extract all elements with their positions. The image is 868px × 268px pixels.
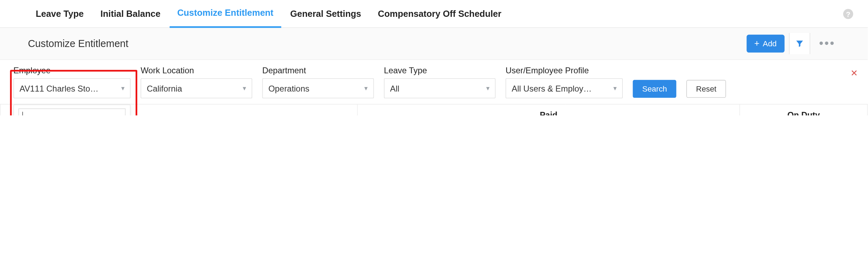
group-label: Paid	[540, 110, 557, 115]
tab-label: General Settings	[290, 9, 361, 19]
employee-filter: Employee AV111 Charles Sto… ▾ All Employ…	[13, 65, 131, 98]
leave-type-select[interactable]: All ▾	[384, 78, 496, 98]
search-button[interactable]: Search	[633, 80, 676, 98]
chevron-down-icon: ▾	[121, 85, 125, 92]
tab-general-settings[interactable]: General Settings	[282, 0, 369, 28]
search-label: Search	[642, 85, 667, 93]
filter-icon	[795, 39, 804, 48]
col-group-onduty: On Duty	[740, 104, 867, 115]
leave-type-value: All	[390, 83, 482, 93]
department-select[interactable]: Operations ▾	[262, 78, 374, 98]
profile-filter: User/Employee Profile All Users & Employ…	[505, 65, 623, 98]
leave-settings-tabs: Leave Type Initial Balance Customize Ent…	[0, 0, 868, 28]
page-title: Customize Entitlement	[28, 38, 129, 49]
reset-button[interactable]: Reset	[687, 80, 726, 98]
department-filter: Department Operations ▾	[262, 65, 374, 98]
work-location-label: Work Location	[140, 65, 252, 75]
close-filter-icon[interactable]: ✕	[850, 68, 858, 78]
profile-label: User/Employee Profile	[505, 65, 623, 75]
group-label: On Duty	[787, 110, 820, 115]
col-group-paid: Paid	[357, 104, 740, 115]
employee-select[interactable]: AV111 Charles Sto… ▾	[13, 78, 131, 98]
employee-dropdown: All Employees AV111 Charles Stones AV001…	[13, 105, 131, 115]
work-location-value: California	[147, 83, 238, 93]
add-button[interactable]: + Add	[746, 35, 785, 53]
chevron-down-icon: ▾	[486, 85, 490, 92]
page-header: Customize Entitlement + Add •••	[0, 28, 868, 60]
tab-label: Leave Type	[36, 9, 84, 19]
employee-label: Employee	[13, 65, 131, 75]
department-value: Operations	[268, 83, 360, 93]
chevron-down-icon: ▾	[364, 85, 368, 92]
header-actions: + Add •••	[746, 33, 840, 54]
tab-label: Initial Balance	[101, 9, 160, 19]
plus-icon: +	[754, 39, 759, 48]
tab-leave-type[interactable]: Leave Type	[28, 0, 92, 28]
help-icon[interactable]: ?	[843, 9, 853, 19]
reset-label: Reset	[696, 85, 716, 93]
tab-compensatory-off[interactable]: Compensatory Off Scheduler	[370, 0, 509, 28]
employee-search-input[interactable]	[19, 108, 126, 115]
more-menu[interactable]: •••	[815, 36, 840, 51]
text-caret	[22, 112, 23, 115]
department-label: Department	[262, 65, 374, 75]
leave-type-label: Leave Type	[384, 65, 496, 75]
tab-label: Compensatory Off Scheduler	[378, 9, 502, 19]
tab-label: Customize Entitlement	[177, 8, 274, 18]
profile-select[interactable]: All Users & Employ… ▾	[505, 78, 623, 98]
leave-type-filter: Leave Type All ▾	[384, 65, 496, 98]
tab-customize-entitlement[interactable]: Customize Entitlement	[170, 0, 281, 28]
profile-value: All Users & Employ…	[512, 83, 609, 93]
employee-value: AV111 Charles Sto…	[20, 83, 117, 93]
add-label: Add	[763, 39, 777, 48]
filter-toggle[interactable]	[789, 33, 810, 54]
work-location-select[interactable]: California ▾	[140, 78, 252, 98]
filter-bar: ✕ Employee AV111 Charles Sto… ▾ All Empl…	[0, 60, 868, 104]
tab-initial-balance[interactable]: Initial Balance	[92, 0, 168, 28]
chevron-down-icon: ▾	[613, 85, 617, 92]
work-location-filter: Work Location California ▾	[140, 65, 252, 98]
chevron-down-icon: ▾	[243, 85, 246, 92]
